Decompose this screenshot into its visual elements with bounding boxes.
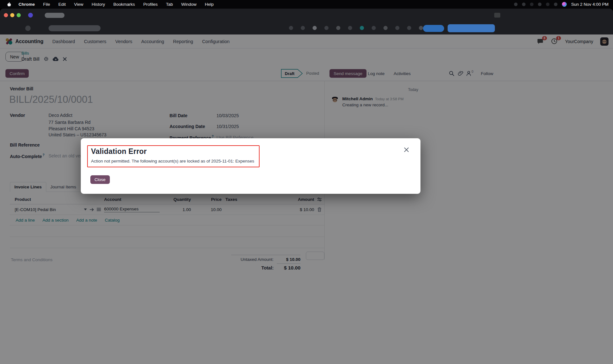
extension-icon[interactable] bbox=[289, 26, 293, 30]
extension-icon[interactable] bbox=[348, 26, 352, 30]
extension-icon[interactable] bbox=[407, 26, 411, 30]
dialog-message: Action not permitted. The following acco… bbox=[91, 159, 256, 163]
menubar-item-tab[interactable]: Tab bbox=[166, 2, 173, 7]
menubar-item-window[interactable]: Window bbox=[181, 2, 196, 7]
macos-menubar: Chrome File Edit View History Bookmarks … bbox=[0, 0, 613, 9]
address-bar[interactable] bbox=[49, 25, 101, 31]
menubar-item-chrome[interactable]: Chrome bbox=[19, 2, 35, 7]
menubar-item-help[interactable]: Help bbox=[205, 2, 214, 7]
extension-icon[interactable] bbox=[419, 26, 423, 30]
window-zoom-button[interactable] bbox=[17, 13, 21, 17]
validation-error-dialog: Validation Error Action not permitted. T… bbox=[81, 138, 420, 194]
menubar-item-file[interactable]: File bbox=[43, 2, 50, 7]
menubar-item-profiles[interactable]: Profiles bbox=[143, 2, 158, 7]
menubar-item-history[interactable]: History bbox=[92, 2, 105, 7]
window-close-button[interactable] bbox=[4, 13, 8, 17]
nav-buttons-cluster[interactable] bbox=[25, 26, 31, 31]
extension-icon[interactable] bbox=[372, 26, 376, 30]
menubar-item-edit[interactable]: Edit bbox=[58, 2, 66, 7]
extension-icon[interactable] bbox=[324, 26, 329, 30]
extension-icon[interactable] bbox=[383, 26, 388, 30]
extension-icon[interactable] bbox=[360, 26, 364, 30]
error-highlight-box: Validation Error Action not permitted. T… bbox=[87, 145, 260, 167]
status-tray-icon bbox=[522, 3, 526, 6]
dialog-close-x-icon[interactable] bbox=[404, 147, 411, 154]
apple-icon[interactable] bbox=[6, 2, 11, 7]
browser-tab[interactable] bbox=[45, 13, 64, 18]
tab-favicon bbox=[28, 13, 33, 18]
profile-pill[interactable] bbox=[423, 25, 444, 32]
dialog-close-button[interactable]: Close bbox=[90, 175, 110, 184]
menubar-clock: Sun 2 Nov 4:00 PM bbox=[571, 2, 609, 7]
window-minimize-button[interactable] bbox=[10, 13, 14, 17]
status-tray-icon bbox=[554, 3, 557, 6]
menubar-item-bookmarks[interactable]: Bookmarks bbox=[113, 2, 135, 7]
status-tray-icon bbox=[538, 3, 541, 6]
browser-action-button[interactable] bbox=[448, 24, 495, 32]
browser-chrome bbox=[0, 9, 613, 34]
extension-icon[interactable] bbox=[336, 26, 340, 30]
extension-icon[interactable] bbox=[395, 26, 399, 30]
siri-icon[interactable] bbox=[562, 2, 567, 7]
menubar-item-view[interactable]: View bbox=[74, 2, 83, 7]
status-tray-icon bbox=[530, 3, 534, 6]
dialog-title: Validation Error bbox=[91, 147, 256, 156]
status-tray-icon bbox=[514, 3, 518, 6]
window-control bbox=[494, 13, 500, 18]
extension-icon[interactable] bbox=[301, 26, 305, 30]
modal-backdrop[interactable] bbox=[0, 34, 613, 364]
status-tray-icon bbox=[546, 3, 549, 6]
extension-icon[interactable] bbox=[313, 26, 317, 30]
